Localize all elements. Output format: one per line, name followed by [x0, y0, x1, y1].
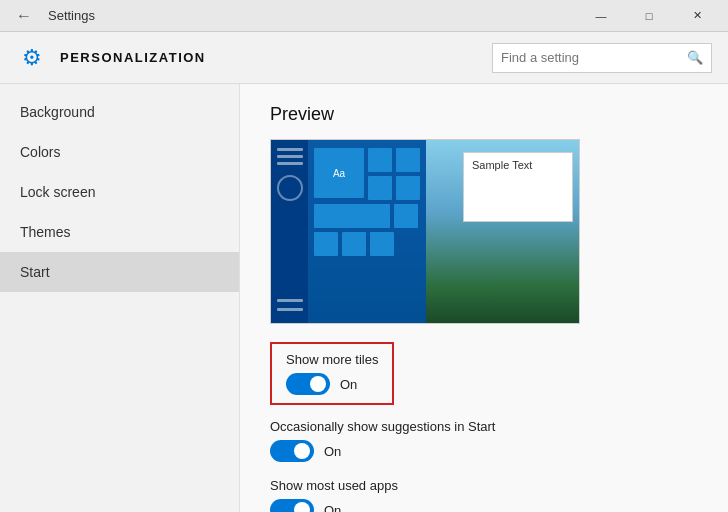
toggle-show-more-tiles[interactable] — [286, 373, 330, 395]
back-icon: ← — [16, 7, 32, 25]
tiles-row-3 — [314, 232, 420, 256]
setting-suggestions: Occasionally show suggestions in Start O… — [270, 419, 698, 462]
setting-most-used: Show most used apps On — [270, 478, 698, 512]
title-bar-left: ← Settings — [8, 0, 95, 32]
tile — [368, 148, 392, 172]
menu-line — [277, 155, 303, 158]
app-header: ⚙ PERSONALIZATION 🔍 — [0, 32, 728, 84]
sidebar-item-background[interactable]: Background — [0, 92, 239, 132]
tile — [396, 148, 420, 172]
tiles-row-2 — [314, 204, 420, 228]
gear-icon: ⚙ — [16, 42, 48, 74]
title-bar-title: Settings — [48, 8, 95, 23]
start-menu-preview: Aa — [271, 140, 426, 323]
app-container: ⚙ PERSONALIZATION 🔍 Background Colors Lo… — [0, 32, 728, 512]
highlight-box: Show more tiles On — [270, 342, 394, 405]
sidebar-item-label: Start — [20, 264, 50, 280]
tile — [394, 204, 418, 228]
sidebar-item-colors[interactable]: Colors — [0, 132, 239, 172]
setting-label-0: Show more tiles — [286, 352, 378, 367]
back-button[interactable]: ← — [8, 0, 40, 32]
menu-line — [277, 308, 303, 311]
tile — [368, 176, 392, 200]
title-bar: ← Settings — □ ✕ — [0, 0, 728, 32]
tile-wide — [314, 204, 390, 228]
setting-row-2: On — [270, 499, 698, 512]
search-box: 🔍 — [492, 43, 712, 73]
tile-aa: Aa — [314, 148, 364, 198]
user-icon — [277, 175, 303, 201]
minimize-button[interactable]: — — [578, 0, 624, 32]
setting-label-1: Occasionally show suggestions in Start — [270, 419, 698, 434]
close-icon: ✕ — [693, 9, 702, 22]
maximize-icon: □ — [646, 10, 653, 22]
tile — [314, 232, 338, 256]
search-input[interactable] — [501, 50, 687, 65]
sidebar-item-start[interactable]: Start — [0, 252, 239, 292]
setting-label-2: Show most used apps — [270, 478, 698, 493]
toggle-suggestions[interactable] — [270, 440, 314, 462]
sidebar-item-label: Colors — [20, 144, 60, 160]
tiles-row — [368, 148, 420, 172]
sidebar-item-label: Background — [20, 104, 95, 120]
sidebar-item-label: Themes — [20, 224, 71, 240]
sample-text: Sample Text — [472, 159, 532, 171]
menu-line — [277, 148, 303, 151]
search-icon: 🔍 — [687, 50, 703, 65]
tiles-col — [368, 148, 420, 200]
app-body: Background Colors Lock screen Themes Sta… — [0, 84, 728, 512]
menu-line — [277, 162, 303, 165]
setting-row-0: On — [286, 373, 378, 395]
sidebar-item-label: Lock screen — [20, 184, 95, 200]
maximize-button[interactable]: □ — [626, 0, 672, 32]
setting-row-1: On — [270, 440, 698, 462]
toggle-most-used[interactable] — [270, 499, 314, 512]
tile — [342, 232, 366, 256]
tiles-row: Aa — [314, 148, 420, 200]
sidebar-item-lockscreen[interactable]: Lock screen — [0, 172, 239, 212]
sidebar: Background Colors Lock screen Themes Sta… — [0, 84, 240, 512]
sample-text-box: Sample Text — [463, 152, 573, 222]
sidebar-item-themes[interactable]: Themes — [0, 212, 239, 252]
title-bar-controls: — □ ✕ — [578, 0, 720, 32]
tile — [370, 232, 394, 256]
preview-label: Preview — [270, 104, 698, 125]
toggle-label-1: On — [324, 444, 341, 459]
toggle-label-2: On — [324, 503, 341, 513]
start-left-panel — [271, 140, 308, 323]
page-title: PERSONALIZATION — [60, 50, 480, 65]
tiles-row — [368, 176, 420, 200]
main-content: Preview — [240, 84, 728, 512]
tile — [396, 176, 420, 200]
preview-area: Aa — [270, 139, 580, 324]
minimize-icon: — — [596, 10, 607, 22]
menu-line — [277, 299, 303, 302]
start-tiles-area: Aa — [308, 140, 426, 323]
close-button[interactable]: ✕ — [674, 0, 720, 32]
toggle-label-0: On — [340, 377, 357, 392]
